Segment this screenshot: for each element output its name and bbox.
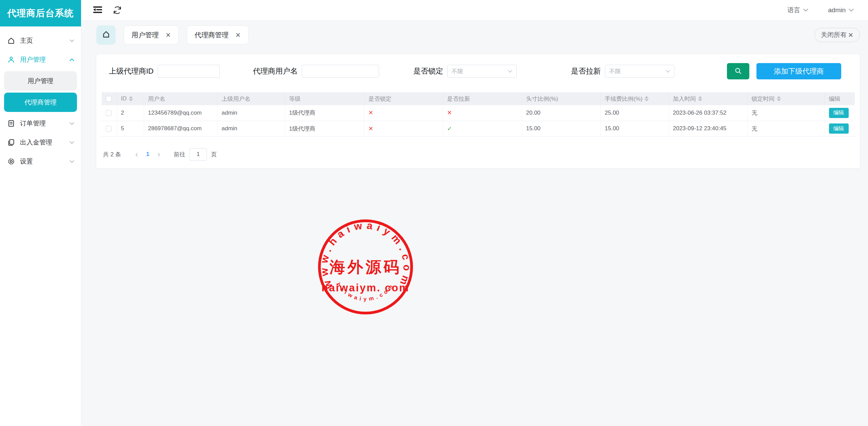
goto-page-input[interactable] xyxy=(189,148,207,161)
agent-username-label: 代理商用户名 xyxy=(253,66,298,76)
filter-agent-username: 代理商用户名 xyxy=(253,63,379,79)
agents-panel: 上级代理商ID 代理商用户名 是否锁定 不限 是否拉新 不限 xyxy=(96,54,860,168)
next-page-icon[interactable]: › xyxy=(153,150,165,158)
goto-label: 前往 xyxy=(174,151,185,158)
column-header-username: 用户名 xyxy=(144,92,217,105)
row-checkbox[interactable] xyxy=(106,110,112,116)
cell-parent: admin xyxy=(217,121,285,136)
refresh-icon[interactable] xyxy=(111,4,123,16)
main-content: 用户管理 ✕ 代理商管理 ✕ 关闭所有 ✕ 上级代理商ID 代理商用户名 是否锁… xyxy=(81,21,868,426)
menu-fold-icon[interactable] xyxy=(92,4,104,16)
cell-level: 1级代理商 xyxy=(285,105,364,121)
edit-button[interactable]: 编辑 xyxy=(829,108,849,118)
edit-button[interactable]: 编辑 xyxy=(829,123,849,134)
table-row: 2 123456789@qq.com admin 1级代理商 ✕ ✕ 20.00… xyxy=(102,105,855,121)
sidebar-subitem-users[interactable]: 用户管理 xyxy=(4,71,77,91)
tab-label: 代理商管理 xyxy=(195,31,229,40)
app-title: 代理商后台系统 xyxy=(0,0,81,26)
close-all-label: 关闭所有 xyxy=(821,31,847,39)
locked-label: 是否锁定 xyxy=(413,66,443,76)
agent-username-input[interactable] xyxy=(302,65,379,78)
tab-agents[interactable]: 代理商管理 ✕ xyxy=(187,25,249,44)
column-header-fee-ratio: 手续费比例(%) xyxy=(605,95,643,103)
column-header-join-time: 加入时间 xyxy=(673,95,696,103)
order-icon xyxy=(7,119,16,128)
topbar: 语言 admin xyxy=(81,0,868,21)
chevron-down-icon xyxy=(70,122,74,125)
page-number[interactable]: 1 xyxy=(143,151,153,158)
locked-select[interactable]: 不限 xyxy=(447,65,517,78)
sort-icon[interactable] xyxy=(129,96,133,101)
chevron-down-icon xyxy=(666,70,670,73)
chevron-down-icon xyxy=(70,160,74,163)
cell-position-ratio: 15.00 xyxy=(522,121,600,136)
sidebar-subitem-label: 用户管理 xyxy=(28,77,54,85)
home-icon xyxy=(7,36,16,45)
sidebar-item-label: 设置 xyxy=(20,157,33,166)
close-icon[interactable]: ✕ xyxy=(165,31,171,39)
agent-id-input[interactable] xyxy=(158,65,220,78)
tab-home[interactable] xyxy=(96,25,116,45)
tab-users[interactable]: 用户管理 ✕ xyxy=(124,25,179,44)
tabs-bar: 用户管理 ✕ 代理商管理 ✕ 关闭所有 ✕ xyxy=(96,25,860,45)
close-icon[interactable]: ✕ xyxy=(235,31,241,39)
column-header-position-ratio: 头寸比例(%) xyxy=(522,92,600,105)
pagination-total: 共 2 条 xyxy=(103,151,121,158)
row-checkbox[interactable] xyxy=(106,126,112,132)
cell-level: 1级代理商 xyxy=(285,121,364,136)
cell-lock-time: 无 xyxy=(747,105,825,121)
cross-icon: ✕ xyxy=(369,125,373,132)
sidebar-menu: 主页 用户管理 用户管理 代理商管理 订单管理 xyxy=(0,26,81,171)
cell-id: 5 xyxy=(117,121,144,136)
cell-position-ratio: 20.00 xyxy=(522,105,600,121)
prev-page-icon[interactable]: ‹ xyxy=(131,150,143,158)
agent-id-label: 上级代理商ID xyxy=(109,66,154,76)
chevron-down-icon xyxy=(849,8,854,12)
cell-join-time: 2023-06-26 03:37:52 xyxy=(669,105,747,121)
table-header-row: ID 用户名 上级用户名 等级 是否锁定 是否拉新 头寸比例(%) 手续费比例(… xyxy=(102,92,855,105)
chevron-down-icon xyxy=(803,8,808,12)
sidebar-item-settings[interactable]: 设置 xyxy=(0,152,81,171)
filter-locked: 是否锁定 不限 xyxy=(413,63,517,79)
agents-table: ID 用户名 上级用户名 等级 是否锁定 是否拉新 头寸比例(%) 手续费比例(… xyxy=(102,92,855,137)
gear-icon xyxy=(7,157,16,166)
sidebar-subitem-agents[interactable]: 代理商管理 xyxy=(4,93,77,112)
sidebar-item-home[interactable]: 主页 xyxy=(0,31,81,50)
sidebar-item-label: 用户管理 xyxy=(20,55,46,64)
cell-fee-ratio: 25.00 xyxy=(600,105,669,121)
chevron-up-icon xyxy=(70,58,74,61)
chevron-down-icon xyxy=(70,39,74,42)
cell-lock-time: 无 xyxy=(747,121,825,136)
close-icon: ✕ xyxy=(848,31,853,39)
user-icon xyxy=(7,55,16,64)
check-icon: ✓ xyxy=(447,125,452,132)
pull-new-select-value: 不限 xyxy=(609,67,621,75)
tab-label: 用户管理 xyxy=(132,31,159,40)
sidebar-item-funds[interactable]: 出入金管理 xyxy=(0,133,81,152)
add-sub-agent-label: 添加下级代理商 xyxy=(774,66,824,76)
sort-icon[interactable] xyxy=(777,96,781,101)
filter-bar: 上级代理商ID 代理商用户名 是否锁定 不限 是否拉新 不限 xyxy=(102,63,854,79)
cell-id: 2 xyxy=(117,105,144,121)
cell-username: 123456789@qq.com xyxy=(144,105,217,121)
funds-icon xyxy=(7,138,16,147)
column-header-lock-time: 锁定时间 xyxy=(752,95,775,103)
search-icon xyxy=(734,67,742,76)
search-button[interactable] xyxy=(727,63,749,79)
sidebar: 代理商后台系统 主页 用户管理 用户管理 代理商管理 xyxy=(0,0,81,426)
pull-new-select[interactable]: 不限 xyxy=(605,65,674,78)
sort-icon[interactable] xyxy=(698,96,702,101)
select-all-checkbox[interactable] xyxy=(106,96,112,102)
close-all-button[interactable]: 关闭所有 ✕ xyxy=(814,28,860,42)
language-dropdown[interactable]: 语言 xyxy=(787,6,808,15)
chevron-down-icon xyxy=(70,141,74,144)
sort-icon[interactable] xyxy=(645,96,649,101)
sidebar-item-user-management[interactable]: 用户管理 xyxy=(0,50,81,69)
user-label: admin xyxy=(828,6,846,14)
pagination: 共 2 条 ‹ 1 › 前往 页 xyxy=(102,148,854,161)
add-sub-agent-button[interactable]: 添加下级代理商 xyxy=(756,63,841,79)
user-dropdown[interactable]: admin xyxy=(828,6,854,14)
filter-pull-new: 是否拉新 不限 xyxy=(571,63,674,79)
column-header-level: 等级 xyxy=(285,92,364,105)
sidebar-item-orders[interactable]: 订单管理 xyxy=(0,114,81,133)
